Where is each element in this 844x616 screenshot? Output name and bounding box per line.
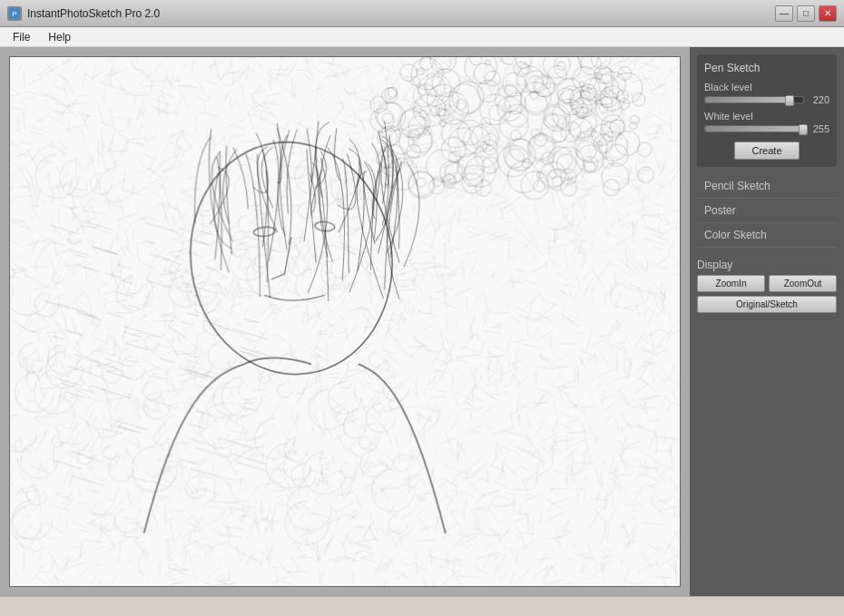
- pen-sketch-title: Pen Sketch: [704, 62, 829, 74]
- display-title: Display: [697, 255, 837, 275]
- white-level-value: 255: [808, 123, 829, 134]
- white-level-thumb[interactable]: [799, 124, 808, 135]
- svg-text:P: P: [12, 10, 16, 18]
- white-level-control: White level 255: [704, 111, 829, 134]
- app-title: InstantPhotoSketch Pro 2.0: [27, 7, 160, 20]
- title-text: P InstantPhotoSketch Pro 2.0: [7, 6, 160, 21]
- black-level-track[interactable]: [704, 96, 804, 103]
- sketch-options: Pencil Sketch Poster Color Sketch: [697, 174, 837, 248]
- white-level-fill: [705, 126, 803, 132]
- black-level-slider-row: 220: [704, 94, 829, 105]
- black-level-label: Black level: [704, 82, 829, 93]
- create-button[interactable]: Create: [734, 142, 799, 160]
- zoom-buttons: ZoomIn ZoomOut: [697, 275, 837, 292]
- minimize-button[interactable]: —: [775, 5, 793, 22]
- color-sketch-option[interactable]: Color Sketch: [697, 223, 837, 248]
- status-bar: [0, 596, 844, 616]
- window-controls: — □ ✕: [775, 5, 837, 22]
- main-content: Pen Sketch Black level 220 White level: [0, 47, 844, 596]
- right-panel: Pen Sketch Black level 220 White level: [690, 47, 844, 596]
- pencil-sketch-option[interactable]: Pencil Sketch: [697, 174, 837, 199]
- display-section: Display ZoomIn ZoomOut Original/Sketch: [697, 255, 837, 313]
- black-level-value: 220: [808, 94, 829, 105]
- black-level-thumb[interactable]: [785, 95, 794, 106]
- white-level-label: White level: [704, 111, 829, 122]
- zoom-out-button[interactable]: ZoomOut: [769, 275, 837, 292]
- title-bar: P InstantPhotoSketch Pro 2.0 — □ ✕: [0, 0, 844, 27]
- black-level-fill: [705, 97, 790, 103]
- sketch-canvas: [9, 56, 681, 587]
- menu-file[interactable]: File: [4, 29, 39, 45]
- white-level-track[interactable]: [704, 125, 804, 132]
- canvas-area: [0, 47, 690, 596]
- app-icon: P: [7, 6, 22, 21]
- original-sketch-button[interactable]: Original/Sketch: [697, 296, 837, 313]
- pen-sketch-section: Pen Sketch Black level 220 White level: [697, 54, 837, 167]
- poster-option[interactable]: Poster: [697, 199, 837, 223]
- zoom-in-button[interactable]: ZoomIn: [697, 275, 765, 292]
- black-level-control: Black level 220: [704, 82, 829, 105]
- close-button[interactable]: ✕: [819, 5, 837, 22]
- menu-bar: File Help: [0, 27, 844, 47]
- menu-help[interactable]: Help: [39, 29, 80, 45]
- white-level-slider-row: 255: [704, 123, 829, 134]
- maximize-button[interactable]: □: [797, 5, 815, 22]
- sketch-canvas-element: [10, 57, 680, 586]
